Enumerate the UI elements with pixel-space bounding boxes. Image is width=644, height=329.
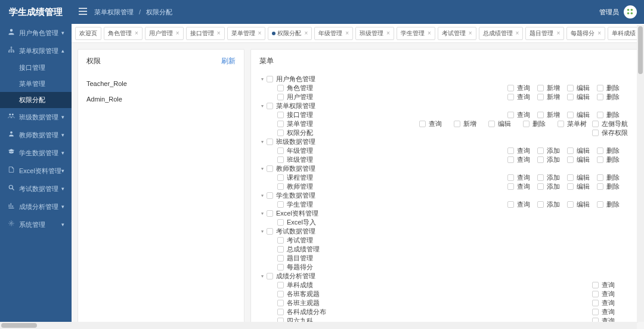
perm-删除[interactable]: 删除	[597, 182, 626, 191]
tree-label[interactable]: 菜单管理	[287, 119, 313, 128]
perm-编辑[interactable]: 编辑	[567, 110, 596, 119]
checkbox[interactable]	[567, 183, 574, 190]
perm-添加[interactable]: 添加	[537, 200, 566, 209]
role-item-1[interactable]: Admin_Role	[78, 91, 244, 107]
checkbox[interactable]	[277, 94, 284, 100]
checkbox[interactable]	[507, 201, 514, 208]
tree-label[interactable]: 菜单权限管理	[276, 102, 315, 110]
close-icon[interactable]: ×	[345, 27, 349, 39]
perm-查询[interactable]: 查询	[507, 182, 536, 191]
sidebar-item-7[interactable]: 成绩分析管理▾	[0, 198, 72, 216]
checkbox[interactable]	[267, 165, 273, 172]
checkbox[interactable]	[597, 94, 603, 100]
checkbox[interactable]	[277, 309, 284, 315]
perm-添加[interactable]: 添加	[537, 173, 566, 182]
checkbox[interactable]	[537, 183, 544, 190]
checkbox[interactable]	[592, 291, 599, 297]
checkbox[interactable]	[558, 121, 564, 127]
tree-label[interactable]: 角色管理	[287, 84, 313, 93]
sidebar-item-3[interactable]: 教师数据管理▾	[0, 126, 72, 144]
checkbox[interactable]	[597, 174, 603, 181]
tree-label[interactable]: 各班主观题	[287, 299, 320, 308]
perm-编辑[interactable]: 编辑	[567, 146, 596, 155]
sidebar-sub-1-0[interactable]: 接口管理	[0, 60, 72, 76]
checkbox[interactable]	[277, 282, 284, 288]
perm-删除[interactable]: 删除	[597, 173, 626, 182]
tree-label[interactable]: 每题得分	[287, 263, 313, 272]
close-icon[interactable]: ×	[258, 27, 262, 39]
tree-label[interactable]: 年级管理	[287, 146, 313, 155]
checkbox[interactable]	[592, 121, 599, 127]
checkbox[interactable]	[507, 94, 514, 100]
refresh-link[interactable]: 刷新	[221, 56, 236, 66]
perm-编辑[interactable]: 编辑	[567, 93, 596, 102]
tree-label[interactable]: 接口管理	[287, 110, 313, 119]
tree-label[interactable]: 学生数据管理	[276, 191, 315, 200]
checkbox[interactable]	[267, 192, 273, 199]
perm-删除[interactable]: 删除	[597, 146, 626, 155]
checkbox[interactable]	[507, 174, 514, 181]
tree-label[interactable]: 题目管理	[287, 254, 313, 263]
perm-添加[interactable]: 添加	[537, 182, 566, 191]
close-icon[interactable]: ×	[597, 27, 601, 39]
perm-新增[interactable]: 新增	[454, 119, 487, 128]
checkbox[interactable]	[277, 147, 284, 154]
expand-icon[interactable]: ▾	[259, 103, 265, 109]
checkbox[interactable]	[567, 174, 574, 181]
tab-8[interactable]: 学生管理×	[397, 27, 435, 40]
sidebar-sub-1-1[interactable]: 菜单管理	[0, 76, 72, 92]
tree-label[interactable]: Excel导入	[287, 218, 316, 227]
checkbox[interactable]	[267, 103, 273, 109]
checkbox[interactable]	[597, 112, 603, 118]
checkbox[interactable]	[277, 255, 284, 262]
tree-label[interactable]: 课程管理	[287, 173, 313, 182]
perm-查询[interactable]: 查询	[507, 93, 536, 102]
checkbox[interactable]	[267, 273, 273, 279]
checkbox[interactable]	[507, 85, 514, 91]
perm-左侧导航[interactable]: 左侧导航	[592, 119, 626, 128]
checkbox[interactable]	[507, 183, 514, 190]
sidebar-sub-1-2[interactable]: 权限分配	[0, 92, 72, 108]
checkbox[interactable]	[507, 156, 514, 163]
perm-编辑[interactable]: 编辑	[567, 200, 596, 209]
perm-编辑[interactable]: 编辑	[488, 119, 522, 128]
perm-编辑[interactable]: 编辑	[567, 84, 596, 93]
checkbox[interactable]	[277, 237, 284, 244]
perm-删除[interactable]: 删除	[597, 84, 626, 93]
close-icon[interactable]: ×	[556, 27, 560, 39]
sidebar-item-4[interactable]: 学生数据管理▾	[0, 144, 72, 162]
checkbox[interactable]	[277, 85, 284, 91]
checkbox[interactable]	[507, 112, 514, 118]
perm-新增[interactable]: 新增	[537, 84, 566, 93]
checkbox[interactable]	[277, 264, 284, 270]
checkbox[interactable]	[592, 130, 599, 136]
tab-2[interactable]: 用户管理×	[145, 27, 184, 40]
tree-label[interactable]: 单科成绩	[287, 281, 313, 290]
expand-icon[interactable]: ▾	[259, 229, 265, 235]
expand-icon[interactable]: ▾	[259, 193, 265, 199]
sidebar-item-1[interactable]: 菜单权限管理▴	[0, 42, 72, 60]
role-item-0[interactable]: Teacher_Role	[78, 76, 244, 91]
breadcrumb-a[interactable]: 菜单权限管理	[94, 8, 134, 16]
perm-新增[interactable]: 新增	[537, 93, 566, 102]
perm-新增[interactable]: 新增	[537, 110, 566, 119]
checkbox[interactable]	[567, 94, 574, 100]
perm-查询[interactable]: 查询	[592, 290, 626, 299]
perm-查询[interactable]: 查询	[507, 155, 536, 164]
checkbox[interactable]	[537, 94, 544, 100]
checkbox[interactable]	[597, 201, 603, 208]
checkbox[interactable]	[537, 201, 544, 208]
tree-label[interactable]: 班级数据管理	[276, 137, 315, 146]
sidebar-item-2[interactable]: 班级数据管理▾	[0, 108, 72, 126]
perm-保存权限[interactable]: 保存权限	[592, 128, 626, 137]
checkbox[interactable]	[597, 156, 603, 163]
tree-label[interactable]: 各班客观题	[287, 290, 320, 299]
checkbox[interactable]	[277, 130, 284, 136]
sidebar-item-0[interactable]: 用户角色管理▾	[0, 24, 72, 42]
checkbox[interactable]	[597, 85, 603, 91]
tab-5[interactable]: 权限分配×	[268, 27, 312, 40]
perm-删除[interactable]: 删除	[597, 110, 626, 119]
checkbox[interactable]	[537, 112, 544, 118]
perm-编辑[interactable]: 编辑	[567, 182, 596, 191]
checkbox[interactable]	[537, 147, 544, 154]
